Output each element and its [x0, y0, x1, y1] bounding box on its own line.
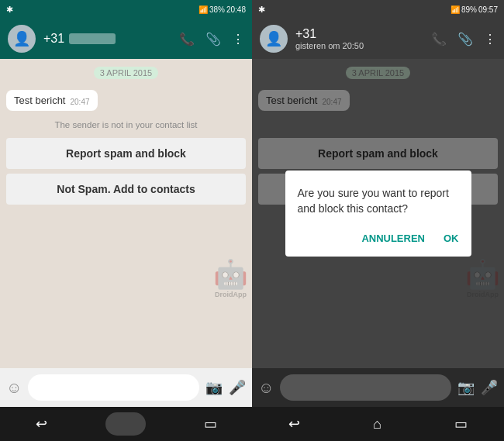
left-time: 20:48 — [226, 5, 246, 14]
bluetooth-icon: ✱ — [6, 5, 13, 15]
left-text-input[interactable] — [28, 374, 199, 401]
right-mic-button[interactable]: 🎤 — [481, 379, 498, 396]
right-emoji-button[interactable]: ☺ — [258, 379, 274, 397]
right-avatar[interactable]: 👤 — [260, 25, 288, 53]
right-time: 09:57 — [478, 5, 498, 14]
left-status-left: ✱ — [6, 5, 13, 15]
right-nav-bar: ↩ ⌂ ▭ — [252, 407, 504, 441]
left-contact-name: +31 — [43, 32, 171, 46]
right-contact-sub: gisteren om 20:50 — [295, 41, 423, 50]
right-bluetooth-icon: ✱ — [258, 5, 265, 15]
left-watermark: 🤖 DroidApp — [213, 258, 248, 298]
right-signal-icon: 📶 — [450, 5, 460, 14]
right-attach-icon[interactable]: 📎 — [457, 32, 473, 47]
right-phone-screen: ✱ 📶 89% 09:57 👤 +31 gisteren om 20:50 📞 … — [252, 0, 504, 441]
right-text-input[interactable] — [280, 374, 451, 401]
right-status-left: ✱ — [258, 5, 265, 15]
dialog-title: Are you sure you want to report and bloc… — [298, 186, 459, 216]
right-status-bar: ✱ 📶 89% 09:57 — [252, 0, 504, 19]
left-mic-button[interactable]: 🎤 — [229, 379, 246, 396]
left-avatar[interactable]: 👤 — [8, 25, 36, 53]
left-input-bar: ☺ 📷 🎤 — [0, 368, 252, 407]
left-report-spam-button[interactable]: Report spam and block — [6, 138, 246, 169]
right-camera-button[interactable]: 📷 — [457, 379, 475, 396]
right-app-header: 👤 +31 gisteren om 20:50 📞 📎 ⋮ — [252, 19, 504, 59]
left-header-icons: 📞 📎 ⋮ — [179, 32, 244, 47]
left-status-right: 📶 38% 20:48 — [198, 5, 246, 14]
right-recents-button[interactable]: ▭ — [442, 409, 480, 439]
right-call-icon[interactable]: 📞 — [431, 32, 447, 47]
left-message-text: Test bericht — [14, 95, 65, 106]
left-recents-button[interactable]: ▭ — [192, 409, 230, 439]
right-header-icons: 📞 📎 ⋮ — [431, 32, 496, 47]
left-not-spam-button[interactable]: Not Spam. Add to contacts — [6, 174, 246, 205]
left-back-button[interactable]: ↩ — [23, 409, 60, 439]
right-contact-info: +31 gisteren om 20:50 — [295, 27, 423, 50]
left-message-time: 20:47 — [70, 98, 89, 106]
left-message-bubble: Test bericht 20:47 — [6, 90, 98, 111]
battery-text: 38% — [209, 5, 225, 14]
dialog-cancel-button[interactable]: Annuleren — [361, 229, 425, 247]
dialog-overlay: Are you sure you want to report and bloc… — [252, 59, 504, 368]
right-status-right: 📶 89% 09:57 — [450, 5, 498, 14]
attach-icon[interactable]: 📎 — [205, 32, 221, 47]
left-phone-screen: ✱ 📶 38% 20:48 👤 +31 📞 📎 ⋮ 3 APRIL 2015 — [0, 0, 252, 441]
dialog-ok-button[interactable]: OK — [444, 229, 459, 247]
signal-icon: 📶 — [198, 5, 208, 14]
left-emoji-button[interactable]: ☺ — [6, 379, 22, 397]
left-app-header: 👤 +31 📞 📎 ⋮ — [0, 19, 252, 59]
left-chat-area: 3 APRIL 2015 Test bericht 20:47 The send… — [0, 59, 252, 368]
left-nav-bar: ↩ ▭ — [0, 407, 252, 441]
right-more-icon[interactable]: ⋮ — [484, 32, 496, 47]
right-chat-area: 3 APRIL 2015 Test bericht 20:47 The send… — [252, 59, 504, 368]
left-date-wrap: 3 APRIL 2015 — [0, 59, 252, 87]
right-battery-text: 89% — [461, 5, 477, 14]
right-back-button[interactable]: ↩ — [276, 409, 312, 439]
android-logo-icon: 🤖 — [213, 258, 248, 291]
dialog-actions: Annuleren OK — [298, 229, 459, 247]
left-spam-notice: The sender is not in your contact list — [8, 120, 244, 129]
avatar-icon: 👤 — [13, 30, 30, 47]
confirm-dialog: Are you sure you want to report and bloc… — [285, 171, 471, 256]
right-home-button[interactable]: ⌂ — [361, 410, 394, 439]
left-home-button[interactable] — [105, 412, 146, 436]
left-status-bar: ✱ 📶 38% 20:48 — [0, 0, 252, 19]
more-icon[interactable]: ⋮ — [232, 32, 244, 47]
left-date-divider: 3 APRIL 2015 — [94, 67, 158, 79]
left-camera-button[interactable]: 📷 — [205, 379, 223, 396]
right-contact-name: +31 — [295, 27, 423, 41]
right-input-bar: ☺ 📷 🎤 — [252, 368, 504, 407]
call-icon[interactable]: 📞 — [179, 32, 195, 47]
right-avatar-icon: 👤 — [265, 30, 282, 47]
left-contact-info: +31 — [43, 32, 171, 46]
contact-name-blur — [69, 33, 116, 44]
